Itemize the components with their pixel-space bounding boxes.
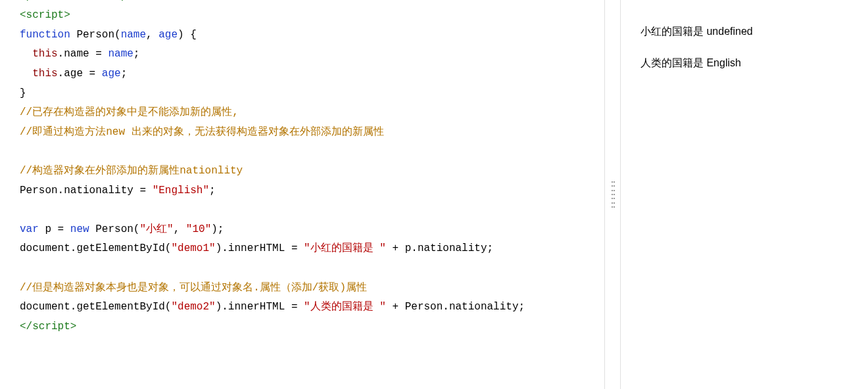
code-line: } <box>20 84 604 104</box>
code-line: Person.nationality = "English"; <box>20 181 604 201</box>
code-line: //已存在构造器的对象中是不能添加新的属性, <box>20 103 604 123</box>
code-editor-panel[interactable]: <p id="demo1"></p> <p id="demo2"></p> <s… <box>0 0 605 389</box>
code-line <box>20 142 604 162</box>
panel-divider[interactable] <box>605 0 621 389</box>
code-line: <p id="demo2"></p> <box>20 0 604 6</box>
drag-handle-icon <box>611 181 615 208</box>
code-line <box>20 200 604 220</box>
code-line: //构造器对象在外部添加的新属性nationlity <box>20 162 604 181</box>
code-line: //即通过构造方法new 出来的对象，无法获得构造器对象在外部添加的新属性 <box>20 123 604 143</box>
code-line: //但是构造器对象本身也是对象，可以通过对象名.属性（添加/获取)属性 <box>20 279 604 298</box>
code-line <box>20 259 604 279</box>
code-line: </script> <box>20 317 604 337</box>
code-line: <script> <box>20 6 604 26</box>
code-line: function Person(name, age) { <box>20 26 604 45</box>
code-line: this.name = name; <box>20 45 604 64</box>
output-panel: 小红的国籍是 undefined 人类的国籍是 English <box>621 0 868 389</box>
code-line: this.age = age; <box>20 64 604 84</box>
code-line: document.getElementById("demo2").innerHT… <box>20 298 604 317</box>
code-line: document.getElementById("demo1").innerHT… <box>20 239 604 259</box>
output-line-2: 人类的国籍是 English <box>640 55 868 71</box>
output-line-1: 小红的国籍是 undefined <box>640 24 868 39</box>
code-line: var p = new Person("小红", "10"); <box>20 220 604 240</box>
